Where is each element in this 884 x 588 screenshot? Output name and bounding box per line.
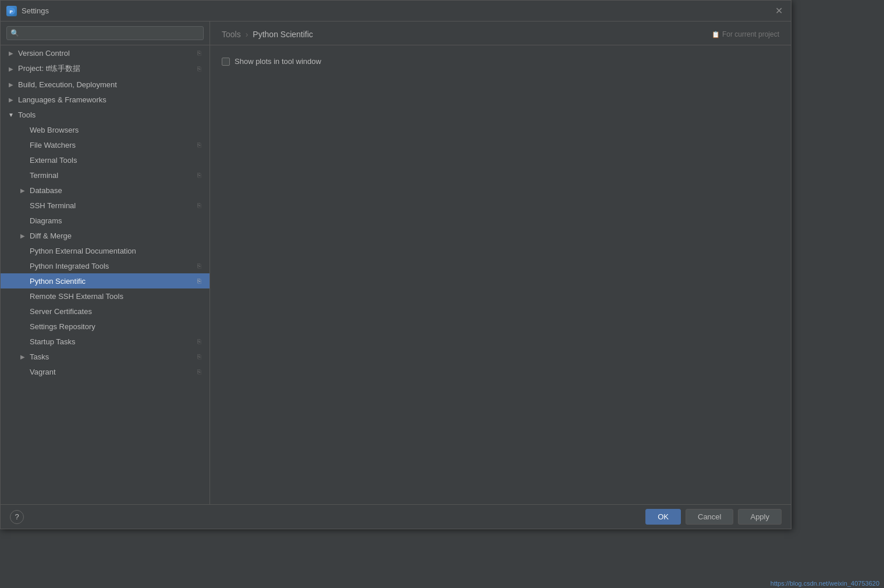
sidebar: 🔍 ▶ Version Control ⎘ ▶ Project: tf练手数据 …: [1, 22, 210, 504]
title-bar: P Settings ✕: [1, 1, 791, 22]
copy-icon-tasks: ⎘: [194, 352, 204, 361]
sidebar-item-terminal[interactable]: Terminal ⎘: [1, 168, 210, 183]
sidebar-item-python-scientific[interactable]: Python Scientific ⎘: [1, 273, 210, 288]
expand-arrow-db: ▶: [18, 186, 27, 195]
panel-header: Tools › Python Scientific 📋 For current …: [210, 22, 791, 45]
sidebar-label-diff-merge: Diff & Merge: [30, 231, 204, 240]
sidebar-label-diagrams: Diagrams: [30, 216, 204, 225]
sidebar-label-languages: Languages & Frameworks: [18, 95, 204, 104]
expand-arrow-tools: ▼: [6, 110, 16, 119]
show-plots-row: Show plots in tool window: [222, 57, 779, 66]
sidebar-label-project: Project: tf练手数据: [18, 63, 194, 74]
breadcrumb-parent: Tools: [222, 30, 241, 39]
apply-button[interactable]: Apply: [738, 509, 782, 525]
for-project-label: For current project: [722, 30, 779, 38]
sidebar-label-database: Database: [30, 186, 204, 195]
copy-icon-pit: ⎘: [194, 261, 204, 270]
sidebar-item-ssh-terminal[interactable]: SSH Terminal ⎘: [1, 198, 210, 213]
expand-arrow-languages: ▶: [6, 95, 16, 104]
status-url: https://blog.csdn.net/weixin_40753620: [766, 579, 884, 588]
copy-icon-ps: ⎘: [194, 276, 204, 286]
sidebar-label-startup-tasks: Startup Tasks: [30, 337, 194, 346]
sidebar-item-server-certs[interactable]: Server Certificates: [1, 304, 210, 319]
breadcrumb-separator: ›: [246, 30, 248, 39]
search-input[interactable]: [6, 26, 204, 40]
svg-text:P: P: [10, 9, 13, 14]
sidebar-label-python-integrated: Python Integrated Tools: [30, 262, 194, 270]
title-bar-left: P Settings: [6, 6, 49, 16]
cancel-button[interactable]: Cancel: [686, 509, 733, 525]
expand-arrow-version-control: ▶: [6, 48, 16, 58]
sidebar-item-project[interactable]: ▶ Project: tf练手数据 ⎘: [1, 60, 210, 77]
sidebar-item-remote-ssh[interactable]: Remote SSH External Tools: [1, 288, 210, 304]
copy-icon-terminal: ⎘: [194, 170, 204, 180]
search-icon: 🔍: [10, 29, 19, 37]
sidebar-label-file-watchers: File Watchers: [30, 141, 194, 149]
sidebar-item-tools[interactable]: ▼ Tools: [1, 107, 210, 122]
sidebar-label-external-tools: External Tools: [30, 156, 204, 165]
copy-icon-version-control: ⎘: [194, 48, 204, 58]
copy-icon-project: ⎘: [194, 64, 204, 73]
copy-icon-fw: ⎘: [194, 140, 204, 149]
copy-icon-st: ⎘: [194, 337, 204, 346]
sidebar-label-remote-ssh: Remote SSH External Tools: [30, 292, 204, 301]
expand-arrow-tasks: ▶: [18, 352, 27, 361]
sidebar-item-database[interactable]: ▶ Database: [1, 183, 210, 198]
sidebar-label-terminal: Terminal: [30, 171, 194, 180]
app-icon: P: [6, 6, 17, 16]
sidebar-item-web-browsers[interactable]: Web Browsers: [1, 122, 210, 137]
sidebar-item-python-integrated[interactable]: Python Integrated Tools ⎘: [1, 258, 210, 273]
help-button[interactable]: ?: [10, 510, 24, 524]
search-wrapper: 🔍: [6, 26, 204, 40]
sidebar-label-tasks: Tasks: [30, 352, 194, 361]
expand-arrow-diff: ▶: [18, 231, 27, 240]
sidebar-item-external-tools[interactable]: External Tools: [1, 152, 210, 168]
breadcrumb-current: Python Scientific: [253, 30, 313, 39]
sidebar-item-tasks[interactable]: ▶ Tasks ⎘: [1, 349, 210, 364]
copy-icon-vagrant: ⎘: [194, 367, 204, 376]
settings-dialog: P Settings ✕ 🔍 ▶ Version Control ⎘: [0, 0, 791, 529]
ok-button[interactable]: OK: [645, 509, 681, 525]
sidebar-label-vagrant: Vagrant: [30, 368, 194, 376]
sidebar-item-diff-merge[interactable]: ▶ Diff & Merge: [1, 228, 210, 243]
sidebar-item-languages[interactable]: ▶ Languages & Frameworks: [1, 92, 210, 107]
sidebar-label-python-ext-doc: Python External Documentation: [30, 247, 204, 255]
show-plots-label: Show plots in tool window: [235, 57, 321, 66]
sidebar-label-ssh-terminal: SSH Terminal: [30, 201, 194, 210]
sidebar-label-version-control: Version Control: [18, 49, 194, 58]
sidebar-item-diagrams[interactable]: Diagrams: [1, 213, 210, 228]
close-button[interactable]: ✕: [772, 5, 785, 17]
main-content: 🔍 ▶ Version Control ⎘ ▶ Project: tf练手数据 …: [1, 22, 791, 504]
sidebar-label-build: Build, Execution, Deployment: [18, 80, 204, 89]
expand-arrow-project: ▶: [6, 64, 16, 73]
copy-icon-ssh: ⎘: [194, 201, 204, 210]
sidebar-item-settings-repo[interactable]: Settings Repository: [1, 319, 210, 334]
sidebar-item-vagrant[interactable]: Vagrant ⎘: [1, 364, 210, 379]
sidebar-label-server-certs: Server Certificates: [30, 307, 204, 316]
bottom-bar: ? OK Cancel Apply: [1, 504, 791, 529]
sidebar-item-startup-tasks[interactable]: Startup Tasks ⎘: [1, 334, 210, 349]
sidebar-item-build[interactable]: ▶ Build, Execution, Deployment: [1, 77, 210, 92]
window-title: Settings: [22, 6, 49, 15]
expand-arrow-build: ▶: [6, 80, 16, 89]
sidebar-item-file-watchers[interactable]: File Watchers ⎘: [1, 137, 210, 152]
project-icon: 📋: [712, 31, 720, 38]
sidebar-item-version-control[interactable]: ▶ Version Control ⎘: [1, 45, 210, 60]
show-plots-checkbox[interactable]: [222, 58, 230, 66]
sidebar-item-python-ext-doc[interactable]: Python External Documentation: [1, 243, 210, 258]
sidebar-label-python-scientific: Python Scientific: [30, 277, 194, 286]
sidebar-label-tools: Tools: [18, 111, 204, 119]
sidebar-label-web-browsers: Web Browsers: [30, 126, 204, 134]
sidebar-label-settings-repo: Settings Repository: [30, 322, 204, 331]
search-box: 🔍: [1, 22, 210, 45]
panel-body: Show plots in tool window: [210, 45, 791, 504]
for-current-project: 📋 For current project: [712, 30, 779, 38]
sidebar-tree: ▶ Version Control ⎘ ▶ Project: tf练手数据 ⎘ …: [1, 45, 210, 504]
right-panel: Tools › Python Scientific 📋 For current …: [210, 22, 791, 504]
